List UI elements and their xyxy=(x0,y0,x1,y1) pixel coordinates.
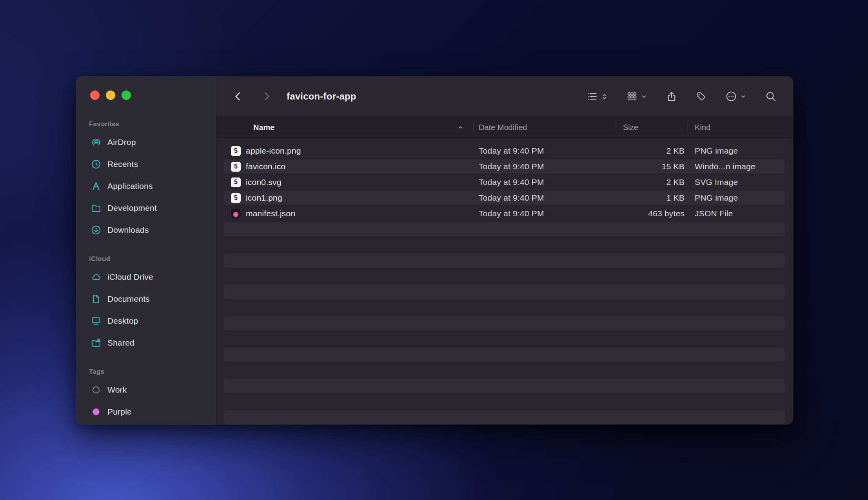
sidebar-heading-tags: Tags xyxy=(76,365,216,379)
desktop-background: { "window": { "title": "favicon-for-app"… xyxy=(0,0,868,500)
toolbar-controls xyxy=(587,91,777,102)
window-title: favicon-for-app xyxy=(287,91,356,102)
column-header-date-modified[interactable]: Date Modified xyxy=(479,123,527,132)
empty-row xyxy=(224,347,785,362)
finder-window: FavoritesAirDropRecentsApplicationsDevel… xyxy=(76,76,793,424)
file-row-manifest-json[interactable]: manifest.jsonToday at 9:40 PM463 bytesJS… xyxy=(224,206,785,221)
updown-chevrons-icon xyxy=(601,93,608,100)
file-kind: PNG image xyxy=(687,146,785,156)
empty-row xyxy=(224,284,785,300)
monitor-icon xyxy=(90,315,102,327)
sidebar-item-label: AirDrop xyxy=(107,138,136,147)
group-by-control[interactable] xyxy=(626,91,648,102)
file-size: 463 bytes xyxy=(614,209,687,218)
file-name-cell: manifest.json xyxy=(224,209,473,219)
view-mode-control[interactable] xyxy=(587,91,608,102)
minimize-button[interactable] xyxy=(106,91,115,100)
column-header-size[interactable]: Size xyxy=(623,123,638,132)
file-size: 15 KB xyxy=(614,162,687,171)
file-date-modified: Today at 9:40 PM xyxy=(473,193,614,203)
favicon-5-icon: 5 xyxy=(231,178,241,187)
empty-row xyxy=(224,253,785,268)
sidebar-item-label: Development xyxy=(107,203,157,213)
file-name: favicon.ico xyxy=(246,162,285,171)
sidebar-item-documents[interactable]: Documents xyxy=(76,288,216,310)
main-area: favicon-for-app Name Date Modified Size … xyxy=(216,76,793,424)
sidebar-item-label: Applications xyxy=(107,181,153,191)
clock-icon xyxy=(90,158,102,170)
search-button[interactable] xyxy=(765,91,777,102)
file-row-apple-icon-png[interactable]: 5apple-icon.pngToday at 9:40 PM2 KBPNG i… xyxy=(224,143,785,159)
file-name: icon1.png xyxy=(246,193,282,203)
close-button[interactable] xyxy=(90,91,100,100)
sidebar-item-icloud-drive[interactable]: iCloud Drive xyxy=(76,266,216,288)
file-list: 5apple-icon.pngToday at 9:40 PM2 KBPNG i… xyxy=(216,138,793,424)
forward-button[interactable] xyxy=(261,91,272,102)
ellipsis-circle-icon xyxy=(725,91,737,102)
sidebar-item-downloads[interactable]: Downloads xyxy=(76,219,216,241)
empty-row xyxy=(224,394,785,409)
folder-icon xyxy=(90,202,102,214)
circle-outline-icon xyxy=(90,384,102,396)
list-view-icon xyxy=(587,91,598,102)
file-name: icon0.svg xyxy=(246,178,281,187)
sidebar-item-label: Desktop xyxy=(107,316,138,326)
shared-folder-icon xyxy=(90,337,102,349)
sidebar-sections: FavoritesAirDropRecentsApplicationsDevel… xyxy=(76,100,216,423)
download-circle-icon xyxy=(90,224,102,236)
toolbar: favicon-for-app xyxy=(216,76,793,117)
grid-group-icon xyxy=(626,91,638,102)
file-kind: Windo...n image xyxy=(687,162,785,171)
sidebar: FavoritesAirDropRecentsApplicationsDevel… xyxy=(76,76,216,424)
file-kind: JSON File xyxy=(687,209,785,218)
empty-row xyxy=(224,300,785,315)
column-divider[interactable] xyxy=(473,122,474,132)
document-icon xyxy=(90,293,102,305)
file-date-modified: Today at 9:40 PM xyxy=(473,209,614,218)
sidebar-item-label: Downloads xyxy=(107,225,149,235)
sidebar-item-label: Shared xyxy=(107,338,134,348)
search-icon xyxy=(765,91,777,102)
empty-row xyxy=(224,221,785,237)
file-date-modified: Today at 9:40 PM xyxy=(473,178,614,187)
sidebar-heading-icloud: iCloud xyxy=(76,252,216,266)
column-header-name[interactable]: Name xyxy=(253,123,274,132)
file-kind: SVG Image xyxy=(687,178,785,187)
back-button[interactable] xyxy=(232,91,244,102)
file-row-favicon-ico[interactable]: 5favicon.icoToday at 9:40 PM15 KBWindo..… xyxy=(224,159,785,174)
file-date-modified: Today at 9:40 PM xyxy=(473,146,614,156)
more-options-button[interactable] xyxy=(725,91,747,102)
sidebar-heading-favorites: Favorites xyxy=(76,117,216,131)
tag-icon xyxy=(695,91,707,102)
sidebar-item-development[interactable]: Development xyxy=(76,197,216,219)
empty-row xyxy=(224,237,785,253)
sidebar-item-work[interactable]: Work xyxy=(76,379,216,401)
sidebar-item-label: iCloud Drive xyxy=(107,272,153,282)
file-name: manifest.json xyxy=(246,209,295,218)
file-size: 2 KB xyxy=(614,146,687,156)
column-divider[interactable] xyxy=(687,122,687,132)
sidebar-item-shared[interactable]: Shared xyxy=(76,332,216,354)
sidebar-item-airdrop[interactable]: AirDrop xyxy=(76,131,216,153)
file-row-icon1-png[interactable]: 5icon1.pngToday at 9:40 PM1 KBPNG image xyxy=(224,190,785,206)
file-row-icon0-svg[interactable]: 5icon0.svgToday at 9:40 PM2 KBSVG Image xyxy=(224,174,785,190)
sidebar-item-recents[interactable]: Recents xyxy=(76,153,216,175)
column-divider[interactable] xyxy=(615,122,615,132)
sidebar-item-applications[interactable]: Applications xyxy=(76,175,216,197)
share-button[interactable] xyxy=(666,91,677,102)
empty-row xyxy=(224,409,785,424)
sort-ascending-icon xyxy=(457,124,464,130)
sidebar-item-purple[interactable]: Purple xyxy=(76,401,216,423)
sidebar-item-label: Work xyxy=(107,385,127,395)
file-name-cell: 5icon1.png xyxy=(224,193,473,203)
file-name-cell: 5apple-icon.png xyxy=(224,146,473,156)
sidebar-item-desktop[interactable]: Desktop xyxy=(76,310,216,332)
favicon-5-icon: 5 xyxy=(231,162,241,172)
file-date-modified: Today at 9:40 PM xyxy=(473,162,614,171)
chevron-down-icon xyxy=(739,93,747,100)
column-header-kind[interactable]: Kind xyxy=(695,123,710,132)
zoom-button[interactable] xyxy=(122,91,131,100)
tags-button[interactable] xyxy=(695,91,707,102)
traffic-lights xyxy=(76,76,216,100)
empty-row xyxy=(224,315,785,331)
